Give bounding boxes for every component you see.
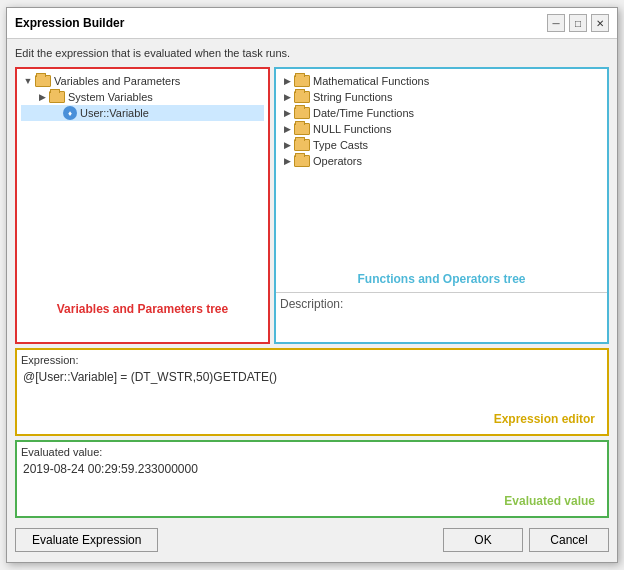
left-panel-tree[interactable]: ▼ Variables and Parameters ▶ System Vari…	[17, 69, 268, 296]
tree-text-user-var: User::Variable	[80, 107, 149, 119]
panels-row: ▼ Variables and Parameters ▶ System Vari…	[15, 67, 609, 344]
expander-math[interactable]: ▶	[280, 74, 294, 88]
evaluated-content: 2019-08-24 00:29:59.233000000	[21, 460, 603, 490]
expander-string[interactable]: ▶	[280, 90, 294, 104]
tree-item-string[interactable]: ▶ String Functions	[280, 89, 603, 105]
folder-icon-datetime	[294, 107, 310, 119]
tree-text-string: String Functions	[313, 91, 392, 103]
expander-typecasts[interactable]: ▶	[280, 138, 294, 152]
tree-item-vars-params[interactable]: ▼ Variables and Parameters	[21, 73, 264, 89]
minimize-button[interactable]: ─	[547, 14, 565, 32]
tree-item-null[interactable]: ▶ NULL Functions	[280, 121, 603, 137]
tree-item-typecasts[interactable]: ▶ Type Casts	[280, 137, 603, 153]
tree-text-vars-params: Variables and Parameters	[54, 75, 180, 87]
expander-operators[interactable]: ▶	[280, 154, 294, 168]
folder-icon-string	[294, 91, 310, 103]
tree-item-math[interactable]: ▶ Mathematical Functions	[280, 73, 603, 89]
left-panel-label: Variables and Parameters tree	[17, 296, 268, 322]
tree-item-datetime[interactable]: ▶ Date/Time Functions	[280, 105, 603, 121]
tree-item-operators[interactable]: ▶ Operators	[280, 153, 603, 169]
expression-editor-label: Expression editor	[21, 408, 603, 430]
evaluated-section: Evaluated value: 2019-08-24 00:29:59.233…	[15, 440, 609, 518]
expander-sys-vars[interactable]: ▶	[35, 90, 49, 104]
cancel-button[interactable]: Cancel	[529, 528, 609, 552]
expander-null[interactable]: ▶	[280, 122, 294, 136]
description-label: Description:	[280, 297, 603, 311]
right-panel-label: Functions and Operators tree	[276, 266, 607, 292]
expression-label: Expression:	[21, 354, 603, 366]
folder-icon-math	[294, 75, 310, 87]
folder-icon-sys-vars	[49, 91, 65, 103]
left-panel: ▼ Variables and Parameters ▶ System Vari…	[15, 67, 270, 344]
restore-button[interactable]: □	[569, 14, 587, 32]
title-bar-controls: ─ □ ✕	[547, 14, 609, 32]
tree-text-typecasts: Type Casts	[313, 139, 368, 151]
dialog-body: Edit the expression that is evaluated wh…	[7, 39, 617, 562]
tree-item-user-var[interactable]: ♦ User::Variable	[21, 105, 264, 121]
expression-section: Expression: @[User::Variable] = (DT_WSTR…	[15, 348, 609, 436]
btn-right-group: OK Cancel	[443, 528, 609, 552]
evaluated-label: Evaluated value:	[21, 446, 603, 458]
expression-content[interactable]: @[User::Variable] = (DT_WSTR,50)GETDATE(…	[21, 368, 603, 408]
buttons-row: Evaluate Expression OK Cancel	[15, 522, 609, 554]
evaluated-value-label: Evaluated value	[21, 490, 603, 512]
folder-icon-null	[294, 123, 310, 135]
variable-icon-user-var: ♦	[63, 106, 77, 120]
right-panel-tree[interactable]: ▶ Mathematical Functions ▶ String Functi…	[276, 69, 607, 266]
tree-text-datetime: Date/Time Functions	[313, 107, 414, 119]
expander-vars-params[interactable]: ▼	[21, 74, 35, 88]
folder-icon-vars-params	[35, 75, 51, 87]
tree-text-operators: Operators	[313, 155, 362, 167]
description-area: Description:	[276, 292, 607, 342]
tree-item-sys-vars[interactable]: ▶ System Variables	[21, 89, 264, 105]
evaluate-expression-button[interactable]: Evaluate Expression	[15, 528, 158, 552]
folder-icon-typecasts	[294, 139, 310, 151]
title-bar: Expression Builder ─ □ ✕	[7, 8, 617, 39]
ok-button[interactable]: OK	[443, 528, 523, 552]
tree-text-sys-vars: System Variables	[68, 91, 153, 103]
tree-text-math: Mathematical Functions	[313, 75, 429, 87]
close-button[interactable]: ✕	[591, 14, 609, 32]
folder-icon-operators	[294, 155, 310, 167]
expression-builder-dialog: Expression Builder ─ □ ✕ Edit the expres…	[6, 7, 618, 563]
dialog-title: Expression Builder	[15, 16, 124, 30]
expander-user-var	[49, 106, 63, 120]
hint-text: Edit the expression that is evaluated wh…	[15, 47, 609, 59]
expander-datetime[interactable]: ▶	[280, 106, 294, 120]
right-panel: ▶ Mathematical Functions ▶ String Functi…	[274, 67, 609, 344]
tree-text-null: NULL Functions	[313, 123, 391, 135]
